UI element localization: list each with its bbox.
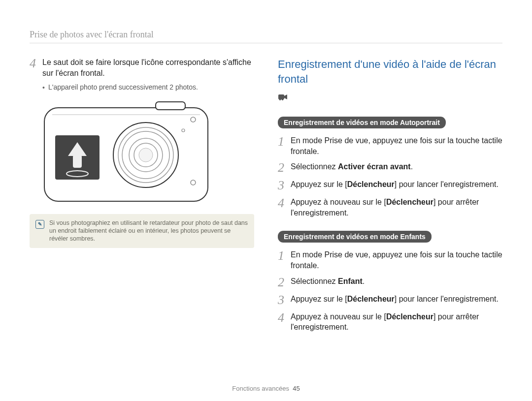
groupA-step4: 4 Appuyez à nouveau sur le [Déclencheur]… [278,197,502,218]
groupA-step2: 2 Sélectionnez Activer écran avant. [278,161,502,174]
step-text: Le saut doit se faire lorsque l'icône co… [42,57,254,78]
footer-label: Fonctions avancées [232,385,289,392]
groupA-step1: 1 En mode Prise de vue, appuyez une fois… [278,135,502,156]
step-text: En mode Prise de vue, appuyez une fois s… [291,249,502,271]
step-text: Appuyez sur le [Déclencheur] pour lancer… [291,294,499,305]
step-text: Appuyez à nouveau sur le [Déclencheur] p… [291,311,502,333]
pill-autoportrait: Enregistrement de vidéos en mode Autopor… [278,117,446,128]
page-number: 45 [293,385,299,392]
svg-rect-16 [278,94,284,99]
step-text: En mode Prise de vue, appuyez une fois s… [291,135,502,156]
step-number: 4 [278,311,291,324]
right-heading: Enregistrement d'une vidéo à l'aide de l… [278,57,502,105]
step-text: Appuyez à nouveau sur le [Déclencheur] p… [291,197,502,218]
page: Prise de photos avec l'écran frontal 4 L… [0,0,532,401]
right-heading-text: Enregistrement d'une vidéo à l'aide de l… [278,57,502,86]
groupB-step1: 1 En mode Prise de vue, appuyez une fois… [278,249,502,271]
camera-illustration [42,101,254,206]
svg-point-17 [279,98,281,100]
svg-point-18 [282,98,284,100]
note-box: ✎ Si vous photographiez en utilisant le … [30,214,254,248]
step-number: 1 [278,249,291,262]
video-icon [278,90,288,105]
groupB-step2: 2 Sélectionnez Enfant. [278,276,502,289]
step-number: 2 [278,276,291,289]
groupB-step4: 4 Appuyez à nouveau sur le [Déclencheur]… [278,311,502,333]
step-number: 4 [30,57,42,70]
right-column: Enregistrement d'une vidéo à l'aide de l… [278,57,502,338]
left-column: 4 Le saut doit se faire lorsque l'icône … [30,57,254,338]
step-text: Appuyez sur le [Déclencheur] pour lancer… [291,179,499,190]
step-text: Sélectionnez Activer écran avant. [291,161,413,172]
svg-rect-1 [156,102,185,110]
bullet-dot: • [42,83,45,93]
bullet-row: • L'appareil photo prend successivement … [42,83,254,93]
svg-marker-19 [284,94,287,99]
pill-enfants: Enregistrement de vidéos en mode Enfants [278,231,432,243]
page-footer: Fonctions avancées 45 [0,385,532,392]
columns: 4 Le saut doit se faire lorsque l'icône … [30,57,502,338]
note-text: Si vous photographiez en utilisant le re… [49,219,248,243]
svg-point-12 [139,148,153,162]
bullet-text: L'appareil photo prend successivement 2 … [48,83,198,91]
groupA-step3: 3 Appuyez sur le [Déclencheur] pour lanc… [278,179,502,192]
svg-rect-5 [73,155,82,168]
note-icon: ✎ [35,220,44,229]
section-title: Prise de photos avec l'écran frontal [30,30,502,40]
step-text: Sélectionnez Enfant. [291,276,365,287]
step-number: 1 [278,135,291,148]
step-number: 2 [278,161,291,174]
step-number: 3 [278,294,291,307]
step-number: 4 [278,197,291,210]
groupB-step3: 3 Appuyez sur le [Déclencheur] pour lanc… [278,294,502,307]
divider [30,43,502,43]
step-number: 3 [278,179,291,192]
left-step-4: 4 Le saut doit se faire lorsque l'icône … [30,57,254,78]
